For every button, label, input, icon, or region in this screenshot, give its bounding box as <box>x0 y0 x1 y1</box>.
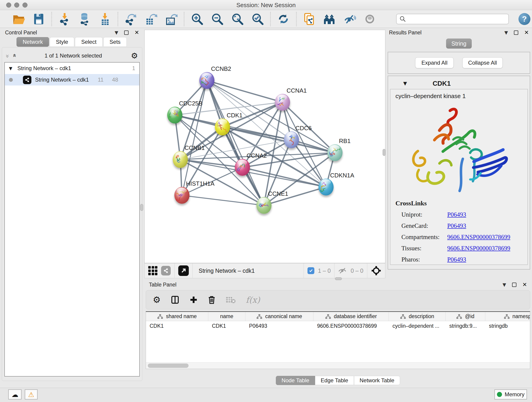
scrollbar-thumb[interactable] <box>148 364 189 368</box>
tab-node-table[interactable]: Node Table <box>276 376 315 385</box>
node-table[interactable]: shared namenamecanonical namedatabase id… <box>146 311 530 369</box>
table-settings-icon[interactable]: ⚙ <box>153 295 161 305</box>
save-session-icon[interactable] <box>32 12 45 26</box>
fit-content-crosshair-icon[interactable] <box>371 265 381 276</box>
panel-menu-icon[interactable]: ▼ <box>505 30 508 35</box>
zoom-fit-icon[interactable] <box>231 12 244 26</box>
crosslink-link[interactable]: 9606.ENSP00000378699 <box>447 234 510 241</box>
cell-description[interactable]: cyclin–dependent ... <box>389 321 446 331</box>
column-header-@id[interactable]: @id <box>446 312 485 321</box>
panel-menu-icon[interactable]: ▼ <box>503 282 506 287</box>
crosslink-link[interactable]: 9606.ENSP00000378699 <box>447 245 510 252</box>
export-image-icon[interactable] <box>165 12 178 26</box>
network-canvas[interactable]: CCNB2CCNA1CDC25BCDK1CDC6RB1CCNB1CCNA2CDK… <box>144 30 385 263</box>
column-header-description[interactable]: description <box>389 312 446 321</box>
cloud-icon[interactable]: ☁ <box>8 389 22 400</box>
crosslink-link[interactable]: P06493 <box>447 211 466 218</box>
expand-all-networks-icon[interactable]: » <box>4 54 11 57</box>
import-network-file-icon[interactable] <box>58 12 71 26</box>
show-columns-icon[interactable] <box>171 295 179 304</box>
cell-database-identifier[interactable]: 9606.ENSP00000378699 <box>313 321 389 331</box>
edge[interactable] <box>182 80 207 195</box>
collapse-all-networks-icon[interactable]: » <box>11 54 18 57</box>
network-birdseye-icon[interactable] <box>161 266 171 275</box>
network-collection-row[interactable]: ▼ String Network – cdk1 1 <box>5 63 139 74</box>
tab-select[interactable]: Select <box>75 37 103 47</box>
import-network-database-icon[interactable] <box>78 12 91 26</box>
memory-button[interactable]: Memory <box>494 389 527 400</box>
crosslink-link[interactable]: P06493 <box>447 256 466 263</box>
zoom-in-icon[interactable] <box>190 12 204 26</box>
collapse-collection-icon[interactable]: ▼ <box>9 66 12 71</box>
node-CDKN1A[interactable] <box>318 179 334 196</box>
node-HIST1H1A[interactable] <box>174 187 190 204</box>
gene-section-header[interactable]: ▼ CDK1 <box>390 78 528 89</box>
horizontal-scrollbar[interactable] <box>146 362 530 369</box>
close-panel-icon[interactable]: ✕ <box>134 29 139 36</box>
function-builder-icon[interactable]: f(x) <box>246 295 260 305</box>
network-edges[interactable] <box>145 30 385 263</box>
node-CCNB1[interactable] <box>173 151 188 168</box>
float-panel-icon[interactable] <box>514 31 518 35</box>
open-session-icon[interactable] <box>12 12 25 26</box>
node-CCNB2[interactable] <box>199 72 215 89</box>
node-CDC6[interactable] <box>284 131 299 148</box>
help-icon[interactable]: ? <box>519 13 530 25</box>
tab-edge-table[interactable]: Edge Table <box>315 376 354 385</box>
hide-selected-icon[interactable] <box>343 12 356 26</box>
collapse-section-icon[interactable]: ▼ <box>403 81 407 86</box>
node-CCNE1[interactable] <box>256 197 272 214</box>
edge[interactable] <box>182 195 264 205</box>
bottom-splitter-handle[interactable] <box>335 277 342 280</box>
delete-column-icon[interactable] <box>208 295 215 304</box>
float-panel-icon[interactable] <box>512 283 516 287</box>
show-network-grid-icon[interactable] <box>148 266 157 275</box>
refresh-icon[interactable] <box>277 12 290 26</box>
add-column-icon[interactable] <box>190 296 198 304</box>
float-panel-icon[interactable] <box>124 31 128 35</box>
cell-name[interactable]: CDK1 <box>208 321 245 331</box>
edge[interactable] <box>207 80 283 102</box>
export-table-icon[interactable] <box>144 12 158 26</box>
network-row-selected[interactable]: String Network – cdk1 11 48 <box>5 74 139 85</box>
column-header-name[interactable]: name <box>208 312 245 321</box>
node-CCNA1[interactable] <box>275 94 290 111</box>
zoom-out-icon[interactable] <box>210 12 224 26</box>
cell-@id[interactable]: stringdb:9... <box>446 321 485 331</box>
column-header-database-identifier[interactable]: database identifier <box>313 312 389 321</box>
right-splitter-handle[interactable] <box>383 149 386 156</box>
left-splitter-handle[interactable] <box>140 204 143 211</box>
panel-menu-icon[interactable]: ▼ <box>115 30 118 35</box>
node-RB1[interactable] <box>327 144 342 161</box>
node-CDK1[interactable] <box>215 119 230 135</box>
node-CCNA2[interactable] <box>235 159 250 176</box>
tab-network[interactable]: Network <box>17 37 49 47</box>
tab-string[interactable]: String <box>446 38 472 49</box>
cell-shared-name[interactable]: CDK1 <box>146 321 208 331</box>
column-header-namespace[interactable]: namespace <box>485 312 530 321</box>
import-table-icon[interactable] <box>98 12 112 26</box>
first-neighbors-icon[interactable] <box>323 12 336 26</box>
expand-all-button[interactable]: Expand All <box>415 57 454 68</box>
close-panel-icon[interactable]: ✕ <box>524 29 529 36</box>
show-all-icon[interactable] <box>363 12 376 26</box>
close-panel-icon[interactable]: ✕ <box>522 281 527 288</box>
node-CDC25B[interactable] <box>167 107 182 123</box>
detach-view-icon[interactable] <box>178 265 189 276</box>
edge[interactable] <box>207 80 264 205</box>
crosslink-link[interactable]: P06493 <box>447 222 466 230</box>
cell-namespace[interactable]: stringdb <box>485 321 530 331</box>
zoom-selected-icon[interactable] <box>251 12 264 26</box>
tab-sets[interactable]: Sets <box>103 37 127 47</box>
edge[interactable] <box>207 80 335 153</box>
cell-canonical-name[interactable]: P06493 <box>245 321 313 331</box>
table-row[interactable]: CDK1CDK1P064939606.ENSP00000378699cyclin… <box>146 321 530 331</box>
warning-icon[interactable]: ⚠ <box>25 389 38 400</box>
export-network-icon[interactable] <box>124 12 138 26</box>
search-box[interactable] <box>396 14 509 24</box>
tab-style[interactable]: Style <box>50 37 74 47</box>
clone-network-icon[interactable] <box>303 12 316 26</box>
collapse-all-button[interactable]: Collapse All <box>462 57 502 68</box>
column-header-canonical-name[interactable]: canonical name <box>245 312 313 321</box>
delete-table-icon[interactable] <box>226 296 236 303</box>
